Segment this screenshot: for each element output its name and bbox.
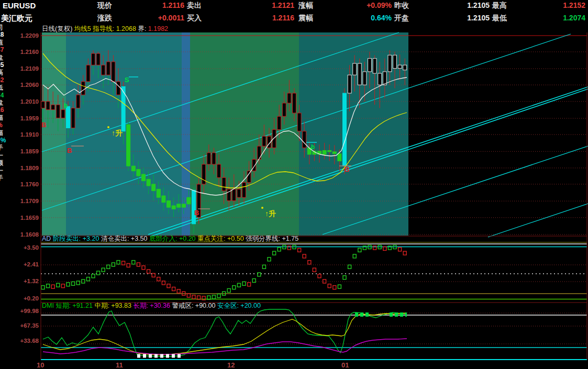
candle	[102, 65, 105, 75]
ad-bar	[102, 268, 105, 272]
candle	[187, 197, 191, 204]
chart-area[interactable]: 1.22091.21601.21091.20601.20101.19591.19…	[0, 25, 588, 369]
candle	[167, 201, 171, 208]
candle	[297, 113, 301, 131]
ad-bar	[61, 284, 64, 288]
dmi-panel-header: DMI 短期: +91.21 中期: +93.83 长期: +30.36 警戒区…	[42, 302, 261, 309]
chart-text: 1.2109	[20, 65, 39, 72]
ad-bar	[86, 277, 90, 281]
ad-bar	[41, 286, 45, 289]
candle	[388, 55, 392, 72]
candle	[86, 65, 90, 82]
chart-text: 1.1659	[20, 215, 39, 221]
chart-text: 1.1859	[20, 148, 39, 154]
ad-bar	[383, 247, 386, 250]
chart-text: 10	[37, 361, 44, 369]
chart-text: 1.2209	[20, 32, 39, 39]
bid-label: 买入	[187, 14, 202, 23]
candle	[348, 75, 351, 93]
candle	[242, 183, 246, 197]
chart-text: b	[311, 143, 315, 151]
high-value: 1.2152	[524, 1, 585, 9]
chart-text: ↑升	[265, 209, 276, 218]
ad-bar	[308, 261, 311, 264]
candle	[152, 184, 156, 191]
ad-bar	[66, 283, 70, 286]
candle	[287, 93, 291, 103]
candle	[398, 65, 402, 68]
candle	[46, 102, 50, 110]
ad-bar	[403, 251, 406, 255]
ad-bar	[192, 295, 195, 299]
high-label: 最高	[492, 1, 507, 10]
ad-bar	[72, 282, 75, 285]
candle	[217, 164, 221, 177]
candle	[157, 189, 160, 197]
time-axis: 10111201	[37, 361, 349, 369]
chart-text: 11	[116, 361, 123, 369]
ad-bar	[187, 294, 190, 297]
ad-bar	[92, 274, 95, 278]
chart-text: ↑升	[112, 129, 123, 137]
ad-bar	[107, 265, 110, 269]
ad-bar	[333, 286, 336, 289]
ad-bar	[51, 285, 54, 288]
ad-panel-plot: +3.50+2.41+1.32+0.20	[24, 244, 587, 301]
ad-bar	[318, 274, 321, 278]
ad-bar	[157, 277, 160, 281]
chart-text: S	[125, 76, 129, 84]
amplitude-value: 0.64%	[330, 14, 392, 22]
candle	[76, 95, 80, 108]
candle	[142, 174, 146, 181]
candle	[172, 206, 175, 209]
ad-bar	[137, 263, 140, 266]
candle	[147, 179, 150, 186]
symbol-label[interactable]: EURUSD	[3, 1, 36, 10]
chart-text: 01	[341, 361, 349, 369]
ad-bar	[147, 270, 150, 273]
ad-bar	[268, 258, 271, 261]
ad-bar	[248, 283, 251, 286]
chart-text: 1.1760	[20, 181, 39, 187]
ad-bar	[252, 279, 256, 283]
ad-bar	[97, 271, 100, 275]
ad-bar	[177, 289, 180, 293]
svg-text:日线(复权) 均线5 指导线: 1.2068 界: 1.1: 日线(复权) 均线5 指导线: 1.2068 界: 1.1982	[42, 25, 168, 32]
candle	[131, 166, 135, 171]
svg-text:DMI 短期: +91.21 中期: +93.83 长期:: DMI 短期: +91.21 中期: +93.83 长期: +30.36 警戒区…	[42, 302, 261, 309]
ad-bar	[47, 284, 50, 288]
candle	[237, 189, 241, 197]
ad-bar	[258, 273, 261, 276]
candle	[66, 106, 70, 128]
candle	[353, 63, 357, 75]
change-label: 涨跌	[97, 14, 112, 23]
low-label: 最低	[492, 14, 507, 23]
chart-text: B	[41, 121, 46, 129]
ad-bar	[227, 288, 230, 292]
chart-text: B	[345, 165, 349, 173]
low-value: 1.2074	[524, 14, 585, 22]
chart-text: +0.20	[24, 295, 39, 301]
candle	[92, 53, 95, 65]
candle	[202, 164, 206, 184]
chart-text: 1.2160	[20, 49, 39, 55]
candle	[71, 108, 75, 128]
ad-bar	[358, 248, 361, 252]
ad-bar	[122, 261, 125, 265]
ad-bar	[76, 281, 80, 285]
candle	[332, 152, 336, 154]
ad-bar	[313, 268, 316, 272]
candle	[117, 82, 120, 95]
change-value: +0.0011	[120, 14, 184, 22]
chart-text: b	[64, 102, 68, 109]
ad-bar	[127, 263, 130, 267]
candle	[373, 59, 376, 73]
ad-bar	[348, 265, 351, 269]
ad-bar	[212, 295, 215, 299]
trading-terminal-window: EURUSD 现价 1.2116 卖出 1.2121 涨幅 +0.09% 昨收 …	[0, 0, 588, 369]
candle	[137, 169, 140, 176]
candle	[232, 189, 236, 200]
prev-close-value: 1.2105	[427, 1, 490, 9]
ask-label: 卖出	[187, 1, 202, 10]
candle	[56, 105, 60, 118]
